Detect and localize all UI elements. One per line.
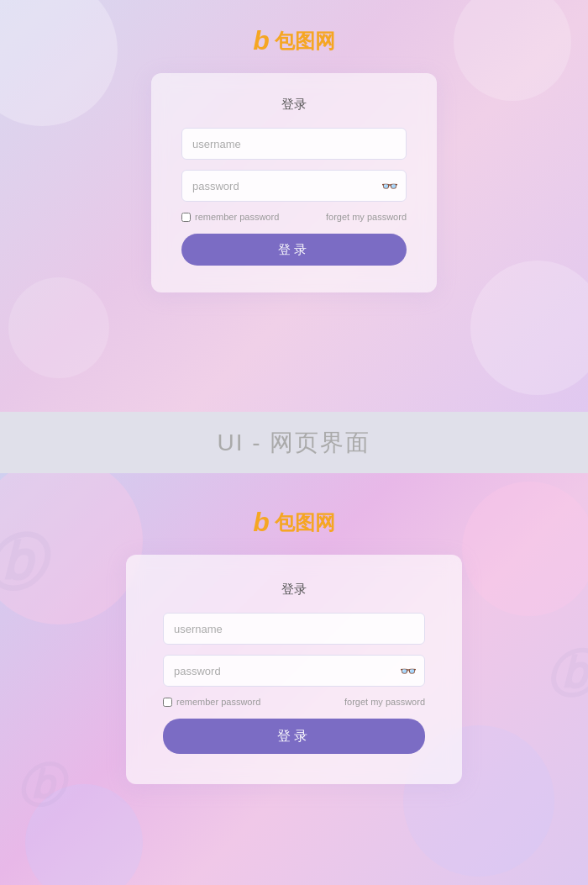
bottom-card-title: 登录	[163, 582, 425, 598]
bottom-remember-checkbox[interactable]	[163, 698, 172, 707]
bottom-eye-icon[interactable]: 👓	[400, 663, 417, 679]
brand-name: 包图网	[275, 28, 335, 55]
bottom-brand-icon: b	[253, 507, 270, 538]
top-username-wrapper	[181, 128, 407, 160]
top-forgot-link[interactable]: forget my password	[326, 212, 407, 222]
decorative-blob	[470, 261, 588, 395]
bottom-brand-name: 包图网	[275, 509, 335, 536]
bottom-brand-logo: b 包图网	[253, 507, 335, 538]
top-eye-icon[interactable]: 👓	[381, 178, 398, 194]
bottom-username-wrapper	[163, 613, 425, 645]
top-card-title: 登录	[181, 97, 407, 113]
watermark-icon-2: ⓑ	[546, 641, 588, 709]
decorative-blob	[0, 0, 118, 126]
top-login-button[interactable]: 登录	[181, 234, 407, 266]
divider-section: UI - 网页界面	[0, 412, 588, 473]
bottom-password-wrapper: 👓	[163, 655, 425, 687]
bottom-remember-label[interactable]: remember password	[163, 697, 260, 707]
bottom-login-card: 登录 👓 remember password forget my passwor…	[126, 555, 462, 784]
top-section: b 包图网 登录 👓 remember password forget my p…	[0, 0, 588, 412]
bottom-password-input[interactable]	[163, 655, 425, 687]
bottom-login-button[interactable]: 登录	[163, 719, 425, 754]
top-username-input[interactable]	[181, 128, 407, 160]
decorative-blob	[25, 784, 143, 885]
decorative-blob	[454, 0, 571, 101]
bottom-options-row: remember password forget my password	[163, 697, 425, 707]
bottom-section: ⓑ ⓑ ⓑ b 包图网 登录 👓 remember password forge…	[0, 473, 588, 885]
decorative-blob	[8, 277, 109, 378]
divider-label: UI - 网页界面	[218, 427, 371, 459]
top-remember-label[interactable]: remember password	[181, 212, 279, 222]
top-remember-checkbox[interactable]	[181, 213, 191, 222]
decorative-blob	[462, 482, 588, 616]
top-password-wrapper: 👓	[181, 170, 407, 202]
bottom-remember-text: remember password	[176, 697, 260, 707]
brand-icon: b	[253, 25, 270, 56]
brand-logo: b 包图网	[253, 25, 335, 56]
top-remember-text: remember password	[195, 212, 279, 222]
decorative-blob	[0, 473, 143, 624]
bottom-username-input[interactable]	[163, 613, 425, 645]
bottom-forgot-link[interactable]: forget my password	[344, 697, 425, 707]
top-options-row: remember password forget my password	[181, 212, 407, 222]
top-password-input[interactable]	[181, 170, 407, 202]
top-login-card: 登录 👓 remember password forget my passwor…	[151, 73, 437, 292]
